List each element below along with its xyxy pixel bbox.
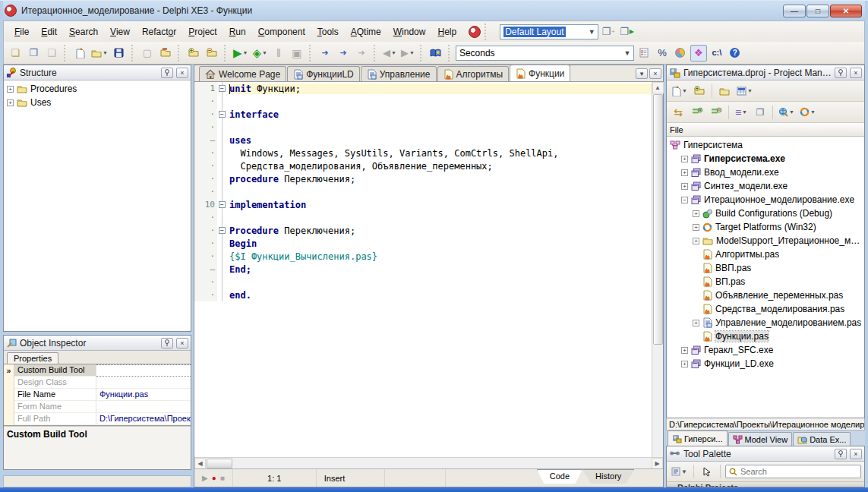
scroll-right-icon[interactable]: ▶ [652,458,663,469]
editor-tab-алгоритмы[interactable]: Алгоритмы [437,66,510,81]
program-reset-button[interactable]: ▣ [289,45,305,62]
report-button[interactable] [636,45,652,62]
pause-button[interactable]: ‖ [270,45,287,62]
property-value[interactable]: Функции.pas [96,389,191,401]
code-line-14[interactable]: ·{$I Функции_Вычисления.pas} [194,250,652,263]
expand-icon[interactable]: + [7,99,14,106]
scroll-left-icon[interactable]: ◀ [194,458,206,469]
results-chart-button[interactable] [672,45,689,62]
fold-collapse-icon[interactable]: − [219,111,226,118]
desktop-layout-combo[interactable]: Default Layout ▼ [500,24,598,39]
collapse-icon[interactable]: − [681,197,688,203]
menu-component[interactable]: Component [252,24,311,39]
close-icon[interactable]: × [850,68,862,78]
tab-properties[interactable]: Properties [7,352,58,364]
code-line-1[interactable]: 1−unit Функции; [194,82,652,95]
expand-icon[interactable]: + [693,210,699,217]
project-tree-item[interactable]: Объявление_переменных.pas [667,289,864,302]
run-button[interactable]: ▶▼ [232,45,249,62]
menu-project[interactable]: Project [182,24,223,39]
expand-icon[interactable]: + [681,347,688,354]
code-line-17[interactable]: ·end. [194,289,652,301]
stop-icon[interactable]: ■ [220,475,225,482]
property-value[interactable] [96,377,191,389]
project-tree-item[interactable]: +Управление_моделированием.pas [667,316,864,330]
menu-window[interactable]: Window [387,24,432,39]
apply-layout-button[interactable]: ❐▶ [618,24,636,40]
expand-icon[interactable]: + [681,169,688,176]
collapse-all-button[interactable] [708,104,724,121]
clear-results-button[interactable]: ❖ [690,45,707,62]
code-line-10[interactable]: 10−implementation [194,198,652,211]
expand-all-button[interactable] [689,104,705,121]
structure-item-uses[interactable]: +Uses [4,96,191,109]
code-line-5[interactable]: –uses [194,134,652,147]
record-icon[interactable]: ● [212,475,216,482]
expand-icon[interactable]: + [693,238,699,244]
editor-tab-welcome-page[interactable]: Welcome Page [199,66,286,81]
menu-aqtime[interactable]: AQtime [345,24,387,39]
tool-palette-header[interactable]: Tool Palette × [667,446,864,462]
debug-mini-controls[interactable]: ▶ ● ■ [194,469,233,487]
scrollbar-thumb[interactable] [207,459,232,468]
right-tab-гиперси-[interactable]: Гиперси... [668,430,728,446]
editor-tab-управление[interactable]: Управление [361,66,437,81]
menu-view[interactable]: View [104,24,136,39]
menu-tools[interactable]: Tools [311,24,345,39]
expand-icon[interactable]: + [681,361,688,367]
save-button[interactable] [111,45,128,62]
menu-search[interactable]: Search [63,24,104,39]
window-list-button[interactable]: ❐ [25,45,42,62]
project-tree-item[interactable]: Алгоритмы.pas [667,248,864,261]
run-until-return-button[interactable]: ➜ [353,45,370,62]
project-tree-item[interactable]: +Гиперсистема.exe [667,152,864,166]
open-file-button[interactable]: ▼ [90,45,109,62]
system-drive-button[interactable]: c:\ [709,45,725,62]
editor-tab-функцииld[interactable]: ФункцииLD [287,66,360,81]
run-without-debugging-button[interactable]: ◈▼ [251,45,268,62]
trace-into-button[interactable]: ➜ [317,45,333,62]
sync-with-editor-button[interactable]: ⇆ [670,104,687,121]
project-tree-item[interactable]: ВВП.pas [667,261,864,275]
project-tree-item[interactable]: Функции.pas [667,330,864,343]
project-tree-item[interactable]: Гиперсистема [667,138,864,152]
expand-icon[interactable]: + [693,224,699,231]
menu-help[interactable]: Help [431,24,462,39]
vertical-scrollbar[interactable]: ▲ [652,82,663,457]
new-item-button[interactable] [71,45,88,62]
view-selector-button[interactable]: ▼ [735,83,754,99]
project-tree-item[interactable]: +Target Platforms (Win32) [667,220,864,234]
close-icon[interactable]: × [176,338,188,348]
horizontal-scrollbar[interactable]: ◀ ▶ [194,457,663,468]
scroll-up-icon[interactable]: ▲ [652,82,664,93]
code-line-7[interactable]: · Средства_моделирования, Объявление_пер… [194,159,652,172]
code-line-12[interactable]: ·−Procedure Переключения; [194,224,652,237]
project-tree-item[interactable]: +Функции_LD.exe [667,357,864,371]
code-line-2[interactable]: · [194,95,652,108]
code-line-15[interactable]: –End; [194,263,652,276]
expand-icon[interactable]: + [681,183,688,190]
fold-collapse-icon[interactable]: − [219,201,226,208]
code-line-6[interactable]: · Windows, Messages, SysUtils, Variants,… [194,147,652,159]
object-inspector-header[interactable]: Object Inspector × [4,336,191,351]
property-row[interactable]: Form Name [4,401,191,413]
property-value[interactable] [96,401,191,413]
expand-icon[interactable]: + [693,320,699,326]
minimize-button[interactable]: — [783,5,806,17]
project-tree-item[interactable]: ВП.pas [667,275,864,289]
code-line-9[interactable]: · [194,185,652,198]
paste-buffer-button[interactable]: ❏ [7,45,24,62]
add-file-button[interactable] [185,45,202,62]
tab-code[interactable]: Code [537,469,582,484]
pin-icon[interactable] [835,449,847,459]
property-row[interactable]: File NameФункции.pas [4,389,191,401]
project-tree-item[interactable]: Средства_моделирования.pas [667,302,864,316]
code-line-11[interactable]: · [194,211,652,224]
platform-search-button[interactable]: ▼ [777,104,796,121]
code-line-4[interactable]: · [194,121,652,134]
code-line-13[interactable]: ·Begin [194,237,652,250]
menu-refactor[interactable]: Refactor [136,24,182,39]
expand-icon[interactable]: + [7,86,14,93]
pin-icon[interactable] [835,68,847,78]
code-line-8[interactable]: ·procedure Переключения; [194,172,652,185]
